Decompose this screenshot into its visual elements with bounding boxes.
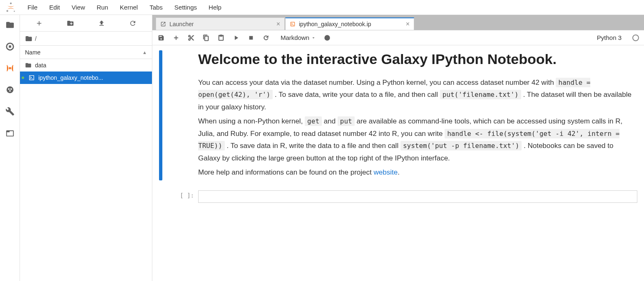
chevron-down-icon: [311, 35, 316, 40]
inline-code: system('put -p filename.txt'): [400, 141, 522, 150]
code-input[interactable]: [198, 190, 637, 203]
file-browser-icon[interactable]: [5, 20, 15, 30]
inline-code: put('filename.txt'): [440, 90, 521, 99]
running-sessions-icon[interactable]: [5, 42, 15, 52]
kernel-status-icon[interactable]: [632, 35, 639, 41]
menu-kernel[interactable]: Kernel: [114, 1, 144, 13]
svg-point-7: [8, 88, 10, 90]
cell-prompt: [ ]:: [167, 190, 198, 203]
svg-point-5: [9, 67, 11, 69]
svg-point-9: [9, 90, 11, 92]
menu-settings[interactable]: Settings: [169, 1, 203, 13]
menu-edit[interactable]: Edit: [43, 1, 66, 13]
markdown-heading: Welcome to the interactive Galaxy IPytho…: [198, 50, 637, 68]
top-menu: File Edit View Run Kernel Tabs Settings …: [0, 0, 644, 15]
run-icon[interactable]: [232, 34, 240, 42]
tab-bar: Launcher × ipython_galaxy_notebook.ip ×: [152, 15, 644, 30]
svg-rect-11: [6, 131, 9, 133]
svg-point-6: [6, 86, 13, 94]
breadcrumb[interactable]: /: [20, 32, 152, 46]
menu-help[interactable]: Help: [203, 1, 227, 13]
activity-bar: [0, 15, 20, 281]
new-launcher-icon[interactable]: [34, 18, 44, 28]
file-list: data ipython_galaxy_notebo...: [20, 59, 152, 281]
notebook-panel: Markdown Python 3 Welcome to the: [152, 30, 644, 281]
inline-code: put: [338, 116, 355, 126]
menu-run[interactable]: Run: [91, 1, 114, 13]
menu-view[interactable]: View: [66, 1, 91, 13]
markdown-paragraph: You can access your data via the dataset…: [198, 76, 637, 113]
jupyter-logo: [5, 2, 17, 13]
stop-icon[interactable]: [247, 34, 255, 42]
file-browser-toolbar: [20, 15, 152, 32]
work-area: Launcher × ipython_galaxy_notebook.ip ×: [152, 15, 644, 281]
file-list-header[interactable]: Name ▲: [20, 46, 152, 59]
markdown-paragraph: More help and informations can be found …: [198, 166, 637, 179]
cell-content: Welcome to the interactive Galaxy IPytho…: [198, 50, 637, 180]
close-icon[interactable]: ×: [276, 20, 280, 28]
svg-point-8: [10, 88, 12, 90]
schedule-icon[interactable]: [323, 34, 331, 42]
file-browser: / Name ▲ data ipython_galaxy_notebo...: [20, 15, 152, 281]
svg-point-1: [7, 10, 8, 12]
restart-icon[interactable]: [262, 34, 270, 42]
notebook-toolbar: Markdown Python 3: [152, 30, 644, 45]
file-name: data: [35, 62, 46, 69]
notebook-body[interactable]: Welcome to the interactive Galaxy IPytho…: [152, 45, 644, 281]
tab-label: ipython_galaxy_notebook.ip: [299, 21, 371, 27]
svg-rect-4: [9, 45, 11, 48]
paste-icon[interactable]: [217, 34, 225, 42]
menu-file[interactable]: File: [22, 1, 43, 13]
refresh-icon[interactable]: [128, 18, 138, 28]
svg-point-0: [10, 2, 12, 4]
code-cell[interactable]: [ ]:: [159, 190, 637, 203]
file-name: ipython_galaxy_notebo...: [38, 74, 103, 81]
website-link[interactable]: website: [374, 168, 398, 176]
kernel-name[interactable]: Python 3: [597, 34, 622, 41]
list-item[interactable]: data: [20, 59, 152, 71]
save-icon[interactable]: [157, 34, 165, 42]
close-icon[interactable]: ×: [406, 20, 410, 28]
running-indicator-icon: [22, 76, 24, 79]
cell-type-select[interactable]: Markdown: [281, 34, 316, 41]
add-cell-icon[interactable]: [172, 34, 180, 42]
inline-code: get: [305, 116, 322, 126]
tab-launcher[interactable]: Launcher ×: [156, 17, 285, 30]
breadcrumb-path: /: [35, 35, 37, 42]
markdown-cell[interactable]: Welcome to the interactive Galaxy IPytho…: [159, 50, 637, 180]
cell-type-label: Markdown: [281, 34, 309, 41]
settings-icon[interactable]: [5, 106, 15, 116]
cut-icon[interactable]: [187, 34, 195, 42]
svg-point-2: [14, 10, 15, 12]
upload-icon[interactable]: [97, 18, 107, 28]
copy-icon[interactable]: [202, 34, 210, 42]
tab-notebook[interactable]: ipython_galaxy_notebook.ip ×: [285, 17, 414, 30]
menu-tabs[interactable]: Tabs: [144, 1, 169, 13]
markdown-paragraph: When using a non-Python kernel, get and …: [198, 115, 637, 165]
commands-icon[interactable]: [5, 85, 15, 95]
sort-arrow-icon: ▲: [142, 50, 147, 55]
cell-prompt: [167, 50, 198, 180]
git-icon[interactable]: [5, 63, 15, 73]
file-list-header-label: Name: [25, 49, 40, 56]
cell-collapse-bar[interactable]: [159, 50, 162, 180]
tabs-icon[interactable]: [5, 128, 15, 138]
new-folder-icon[interactable]: [65, 18, 75, 28]
list-item[interactable]: ipython_galaxy_notebo...: [20, 71, 152, 84]
svg-rect-14: [249, 36, 253, 39]
tab-label: Launcher: [169, 21, 194, 27]
